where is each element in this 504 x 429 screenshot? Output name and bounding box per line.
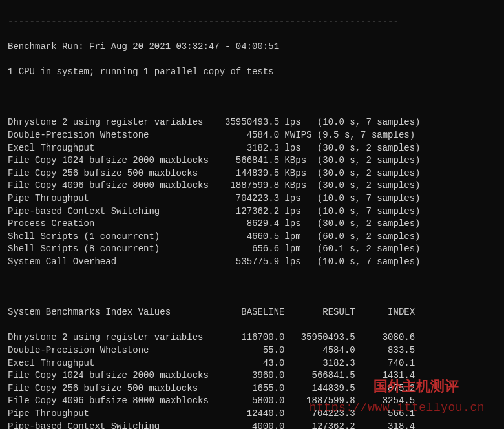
index-result-row: File Copy 4096 bufsize 8000 maxblocks 58…: [8, 395, 496, 408]
index-result-row: Pipe-based Context Switching 4000.0 1273…: [8, 421, 496, 429]
index-result-row: Pipe Throughput 12440.0 704223.3 566.1: [8, 408, 496, 421]
index-result-row: Double-Precision Whetstone 55.0 4584.0 8…: [8, 344, 496, 357]
raw-result-row: Double-Precision Whetstone 4584.0 MWIPS …: [8, 129, 496, 142]
blank-line: [8, 281, 496, 294]
cpu-line: 1 CPU in system; running 1 parallel copy…: [8, 66, 496, 79]
raw-result-row: Pipe Throughput 704223.3 lps (10.0 s, 7 …: [8, 193, 496, 205]
index-result-row: File Copy 1024 bufsize 2000 maxblocks 39…: [8, 370, 496, 382]
raw-result-row: File Copy 1024 bufsize 2000 maxblocks 56…: [8, 154, 496, 167]
index-result-row: Dhrystone 2 using register variables 116…: [8, 331, 496, 344]
divider: ----------------------------------------…: [8, 16, 496, 28]
terminal-output: ----------------------------------------…: [0, 0, 504, 429]
raw-result-row: Dhrystone 2 using register variables 359…: [8, 116, 496, 129]
raw-result-row: Pipe-based Context Switching 127362.2 lp…: [8, 205, 496, 218]
benchmark-run-line: Benchmark Run: Fri Aug 20 2021 03:32:47 …: [8, 41, 496, 54]
raw-result-row: File Copy 256 bufsize 500 maxblocks 1448…: [8, 167, 496, 180]
raw-result-row: Shell Scripts (1 concurrent) 4660.5 lpm …: [8, 231, 496, 244]
index-results-block: Dhrystone 2 using register variables 116…: [8, 331, 496, 429]
index-header-row: System Benchmarks Index Values BASELINE …: [8, 306, 496, 319]
raw-result-row: Process Creation 8629.4 lps (30.0 s, 2 s…: [8, 218, 496, 231]
blank-line: [8, 91, 496, 104]
index-result-row: File Copy 256 bufsize 500 maxblocks 1655…: [8, 382, 496, 395]
raw-result-row: Shell Scripts (8 concurrent) 656.6 lpm (…: [8, 243, 496, 256]
raw-results-block: Dhrystone 2 using register variables 359…: [8, 116, 496, 268]
raw-result-row: Execl Throughput 3182.3 lps (30.0 s, 2 s…: [8, 142, 496, 155]
index-result-row: Execl Throughput 43.0 3182.3 740.1: [8, 357, 496, 370]
raw-result-row: File Copy 4096 bufsize 8000 maxblocks 18…: [8, 180, 496, 193]
raw-result-row: System Call Overhead 535775.9 lps (10.0 …: [8, 256, 496, 269]
